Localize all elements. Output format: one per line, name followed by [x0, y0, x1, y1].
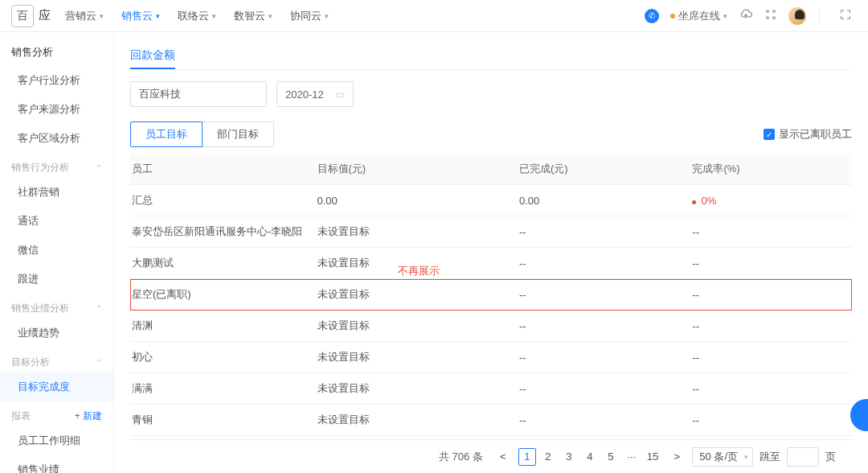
- cell-rate: --: [686, 248, 852, 279]
- pagination-next[interactable]: >: [668, 448, 686, 466]
- cell-rate: --: [686, 279, 852, 311]
- col-done: 已完成(元): [513, 154, 686, 185]
- pagination-prev[interactable]: <: [494, 448, 512, 466]
- cell-rate: --: [686, 373, 852, 405]
- cell-name: 湖南百旺金赋科技有限公司-毛益平: [130, 436, 311, 440]
- chevron-up-icon: ⌃: [96, 163, 102, 172]
- jump-label: 跳至: [760, 450, 780, 464]
- calendar-icon: ▭: [335, 88, 345, 101]
- avatar[interactable]: [788, 7, 806, 25]
- top-right: ✆ 坐席在线 ▾: [645, 7, 852, 25]
- show-left-label: 显示已离职员工: [779, 127, 852, 142]
- pagination-page[interactable]: 2: [539, 448, 557, 466]
- cloud-icon[interactable]: [739, 7, 753, 25]
- phone-icon[interactable]: ✆: [645, 9, 659, 23]
- tab-refund-amount[interactable]: 回款金额: [130, 43, 175, 69]
- cell-done: --: [513, 373, 686, 405]
- page-size-select[interactable]: 50 条/页: [692, 447, 753, 467]
- cell-rate: --: [686, 216, 852, 248]
- sidebar-group-title: 报表+ 新建: [0, 401, 113, 426]
- svg-point-3: [773, 16, 776, 19]
- pagination-page[interactable]: 1: [518, 448, 536, 466]
- sidebar-item[interactable]: 客户行业分析: [0, 66, 113, 95]
- pagination-page[interactable]: 3: [560, 448, 578, 466]
- target-table: 员工 目标值(元) 已完成(元) 完成率(%) 汇总0.000.000%泰安岱岳…: [130, 154, 852, 439]
- sidebar-item[interactable]: 业绩趋势: [0, 319, 113, 348]
- svg-point-1: [773, 10, 776, 12]
- sidebar-heading: 销售分析: [0, 39, 113, 66]
- sidebar-item[interactable]: 客户区域分析: [0, 124, 113, 153]
- sidebar-item[interactable]: 通话: [0, 207, 113, 236]
- status-dot-icon: [670, 14, 675, 19]
- cell-name: 清渊: [130, 311, 311, 342]
- cell-done: --: [513, 405, 686, 436]
- chevron-down-icon: ▾: [100, 12, 104, 20]
- sidebar-item[interactable]: 微信: [0, 236, 113, 265]
- tab-employee-target[interactable]: 员工目标: [130, 121, 203, 147]
- cell-name: 泰安岱岳区新阳通讯服务中心-李晓阳: [130, 216, 311, 248]
- sidebar-group-title: 销售业绩分析⌃: [0, 294, 113, 319]
- top-nav: 百 应 营销云▾销售云▾联络云▾数智云▾协同云▾ ✆ 坐席在线 ▾: [0, 0, 868, 32]
- fullscreen-icon[interactable]: [839, 8, 852, 23]
- svg-point-2: [767, 16, 769, 19]
- table-row: 青铜未设置目标----: [130, 405, 852, 436]
- cell-name: 青铜: [130, 405, 311, 436]
- table-row: 泰安岱岳区新阳通讯服务中心-李晓阳未设置目标----: [130, 216, 852, 248]
- cell-rate: --: [686, 436, 852, 440]
- nav-item-数智云[interactable]: 数智云▾: [234, 9, 272, 23]
- checkbox-checked-icon: ✓: [764, 129, 775, 140]
- add-report-button[interactable]: + 新建: [75, 409, 102, 423]
- nav-item-销售云[interactable]: 销售云▾: [121, 9, 160, 23]
- sub-tabs: 员工目标 部门目标: [130, 121, 274, 147]
- sidebar-group-title: 销售行为分析⌃: [0, 153, 113, 178]
- nav-item-联络云[interactable]: 联络云▾: [178, 9, 216, 23]
- cell-target: 未设置目标: [311, 373, 513, 405]
- cell-name: 初心: [130, 342, 311, 373]
- sidebar-item[interactable]: 客户来源分析: [0, 95, 113, 124]
- table-row: 汇总0.000.000%: [130, 185, 852, 216]
- chevron-down-icon: ▾: [156, 12, 160, 20]
- cell-target: 未设置目标: [311, 342, 513, 373]
- pagination-page[interactable]: 5: [602, 448, 620, 466]
- chevron-down-icon: ▾: [212, 12, 216, 20]
- status-label: 坐席在线: [678, 9, 720, 23]
- sidebar-item[interactable]: 员工工作明细: [0, 426, 113, 455]
- cell-name: 满满: [130, 373, 311, 405]
- show-left-employees-checkbox[interactable]: ✓ 显示已离职员工: [764, 127, 852, 142]
- cell-name: 星空(已离职): [130, 279, 311, 311]
- apps-icon[interactable]: [764, 8, 777, 24]
- nav-item-营销云[interactable]: 营销云▾: [65, 9, 104, 23]
- month-picker[interactable]: 2020-12 ▭: [276, 81, 354, 107]
- chevron-down-icon: ▾: [723, 12, 727, 20]
- sidebar-item[interactable]: 销售业绩: [0, 455, 113, 473]
- content: 回款金额 百应科技 2020-12 ▭ 员工目标 部门目标 ✓ 显示已离职员工: [114, 32, 868, 473]
- company-select[interactable]: 百应科技: [130, 81, 267, 107]
- cell-done: --: [513, 248, 686, 279]
- cell-done: --: [513, 279, 686, 311]
- cell-target: 未设置目标: [311, 279, 513, 311]
- sidebar-item[interactable]: 社群营销: [0, 178, 113, 207]
- tab-dept-target[interactable]: 部门目标: [203, 121, 274, 147]
- sidebar: 销售分析客户行业分析客户来源分析客户区域分析销售行为分析⌃社群营销通话微信跟进销…: [0, 32, 114, 473]
- col-employee: 员工: [130, 154, 311, 185]
- cell-rate: --: [686, 342, 852, 373]
- cell-done: --: [513, 311, 686, 342]
- chevron-up-icon: ⌃: [96, 304, 102, 313]
- jump-page-input[interactable]: [787, 447, 819, 467]
- nav-item-协同云[interactable]: 协同云▾: [290, 9, 329, 23]
- cell-done: --: [513, 342, 686, 373]
- seat-status[interactable]: 坐席在线 ▾: [670, 9, 727, 23]
- cell-rate: --: [686, 405, 852, 436]
- sidebar-item[interactable]: 目标完成度: [0, 372, 113, 401]
- cell-rate: 0%: [686, 185, 852, 216]
- pagination-page: ···: [623, 448, 641, 466]
- pagination-page[interactable]: 4: [581, 448, 599, 466]
- pagination-page[interactable]: 15: [644, 448, 661, 466]
- table-row: 大鹏测试未设置目标----: [130, 248, 852, 279]
- cell-target: 0.00: [311, 185, 513, 216]
- cell-done: 0.00: [513, 185, 686, 216]
- cell-rate: --: [686, 311, 852, 342]
- logo-icon: 百: [11, 5, 34, 27]
- sidebar-group-title: 目标分析⌃: [0, 348, 113, 372]
- sidebar-item[interactable]: 跟进: [0, 265, 113, 294]
